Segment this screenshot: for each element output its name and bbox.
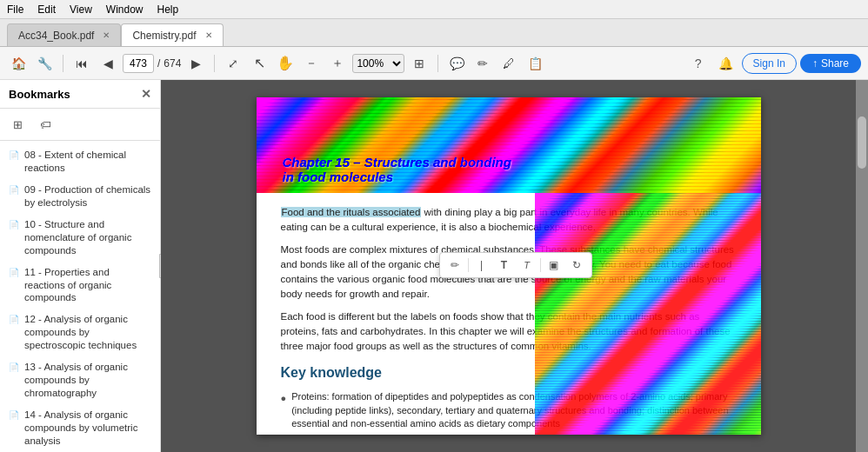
- pdf-area[interactable]: Chapter 15 – Structures and bondingin fo…: [161, 80, 856, 452]
- sidebar-item-label-13: 13 - Analysis of organic compounds by ch…: [24, 361, 151, 400]
- cursor-button[interactable]: ↖: [248, 52, 270, 75]
- sidebar-close-button[interactable]: ✕: [141, 87, 151, 101]
- draw-button[interactable]: 🖊: [497, 52, 520, 75]
- sidebar-item-14[interactable]: 📄 14 - Analysis of organic compounds by …: [0, 404, 160, 452]
- tab-acc34-label: Acc34_Book.pdf: [18, 30, 94, 42]
- menu-edit[interactable]: Edit: [37, 3, 56, 16]
- pdf-glitch-header: Chapter 15 – Structures and bondingin fo…: [257, 97, 761, 193]
- next-page-button[interactable]: ▶: [184, 52, 207, 75]
- float-sep-2: [540, 258, 541, 272]
- pdf-para-1: Food and the rituals associated with din…: [281, 205, 737, 236]
- share-label: Share: [821, 57, 849, 70]
- float-text-cursor-btn[interactable]: |: [472, 256, 491, 275]
- pdf-scrollbar[interactable]: [856, 80, 868, 452]
- bookmark-icon-11: 📄: [9, 267, 19, 278]
- page-sep: /: [157, 57, 160, 70]
- float-crop-btn[interactable]: ▣: [544, 256, 564, 275]
- sidebar-icons-bar: ⊞ 🏷: [0, 109, 160, 141]
- pdf-bullet-1-text: Proteins: formation of dipeptides and po…: [291, 390, 736, 430]
- tab-acc34[interactable]: Acc34_Book.pdf ✕: [7, 23, 121, 46]
- sidebar-add-bookmark[interactable]: ⊞: [7, 114, 28, 135]
- sidebar-item-label-12: 12 - Analysis of organic compounds by sp…: [24, 313, 151, 352]
- sidebar: Bookmarks ✕ ⊞ 🏷 📄 08 - Extent of chemica…: [0, 80, 161, 452]
- fit-width-button[interactable]: ⊞: [408, 52, 431, 75]
- tab-acc34-close[interactable]: ✕: [103, 30, 110, 40]
- page-number-input[interactable]: [123, 54, 154, 73]
- pdf-para-3: Each food is different but the labels on…: [281, 309, 737, 355]
- share-icon: ↑: [812, 57, 818, 70]
- tab-chemistry[interactable]: Chemistry.pdf ✕: [121, 23, 223, 46]
- sidebar-item-label-14: 14 - Analysis of organic compounds by vo…: [24, 409, 151, 448]
- sidebar-header: Bookmarks ✕: [0, 80, 160, 109]
- tab-chemistry-close[interactable]: ✕: [205, 30, 212, 40]
- menu-bar: File Edit View Window Help: [0, 0, 868, 19]
- pdf-scroll-thumb[interactable]: [858, 116, 866, 169]
- float-sep-1: [468, 258, 469, 272]
- hand-tool-button[interactable]: ✋: [274, 52, 297, 75]
- bookmark-icon-14: 📄: [9, 409, 19, 421]
- sidebar-bookmark-list: 📄 08 - Extent of chemical reactions 📄 09…: [0, 141, 160, 452]
- toolbar: 🏠 🔧 ⏮ ◀ / 674 ▶ ⤢ ↖ ✋ － ＋ 100% ⊞ 💬 ✏ 🖊 📋…: [0, 47, 868, 80]
- tools-button[interactable]: 🔧: [33, 52, 56, 75]
- zoom-select[interactable]: 100%: [352, 54, 404, 73]
- bookmark-icon-09: 📄: [9, 184, 19, 196]
- sidebar-title: Bookmarks: [9, 88, 70, 101]
- sidebar-tag-button[interactable]: 🏷: [35, 114, 56, 135]
- sidebar-wrapper: Bookmarks ✕ ⊞ 🏷 📄 08 - Extent of chemica…: [0, 80, 161, 452]
- float-text-T2-btn[interactable]: T: [517, 256, 537, 275]
- sidebar-item-label-08: 08 - Extent of chemical reactions: [24, 149, 151, 175]
- sidebar-item-label-09: 09 - Production of chemicals by electrol…: [24, 183, 151, 209]
- help-button[interactable]: ?: [686, 51, 711, 76]
- sidebar-item-11[interactable]: 📄 11 - Properties and reactions of organ…: [0, 262, 160, 309]
- bookmark-icon-13: 📄: [9, 362, 19, 373]
- page-nav: / 674: [123, 54, 181, 73]
- notification-button[interactable]: 🔔: [714, 51, 738, 76]
- menu-view[interactable]: View: [70, 3, 92, 16]
- sidebar-item-08[interactable]: 📄 08 - Extent of chemical reactions: [0, 144, 160, 179]
- pdf-highlight-span: Food and the rituals associated: [281, 207, 422, 217]
- pdf-content-area: Food and the rituals associated with din…: [257, 193, 761, 435]
- share-button[interactable]: ↑ Share: [800, 54, 861, 73]
- prev-page-button[interactable]: ◀: [97, 52, 119, 75]
- float-toolbar: ✏ | T T ▣ ↻: [439, 252, 592, 278]
- comment-button[interactable]: 💬: [445, 52, 468, 75]
- highlight-button[interactable]: ✏: [471, 52, 494, 75]
- sidebar-item-10[interactable]: 📄 10 - Structure and nomenclature of org…: [0, 214, 160, 262]
- home-button[interactable]: 🏠: [7, 52, 30, 75]
- pdf-text-content: Food and the rituals associated with din…: [257, 193, 761, 435]
- tab-bar: Acc34_Book.pdf ✕ Chemistry.pdf ✕: [0, 19, 868, 47]
- sidebar-item-label-11: 11 - Properties and reactions of organic…: [24, 266, 151, 305]
- toolbar-sep-2: [214, 55, 215, 72]
- fit-page-button[interactable]: ⤢: [222, 52, 244, 75]
- menu-window[interactable]: Window: [106, 3, 144, 16]
- float-text-T-btn[interactable]: T: [495, 256, 514, 275]
- first-page-button[interactable]: ⏮: [70, 52, 93, 75]
- tab-chemistry-label: Chemistry.pdf: [132, 30, 196, 42]
- sidebar-item-12[interactable]: 📄 12 - Analysis of organic compounds by …: [0, 309, 160, 356]
- sign-in-button[interactable]: Sign In: [742, 53, 797, 74]
- pdf-bullet-1: ● Proteins: formation of dipeptides and …: [281, 390, 737, 430]
- sidebar-item-09[interactable]: 📄 09 - Production of chemicals by electr…: [0, 179, 160, 214]
- stamp-button[interactable]: 📋: [524, 52, 546, 75]
- pdf-chapter-title: Chapter 15 – Structures and bondingin fo…: [283, 155, 511, 184]
- bookmark-icon-10: 📄: [9, 219, 19, 230]
- pdf-page: Chapter 15 – Structures and bondingin fo…: [257, 97, 761, 435]
- page-total: 674: [164, 57, 181, 70]
- zoom-in-button[interactable]: ＋: [326, 52, 349, 75]
- pdf-key-knowledge-heading: Key knowledge: [281, 362, 737, 383]
- bookmark-icon-12: 📄: [9, 314, 19, 325]
- sidebar-item-13[interactable]: 📄 13 - Analysis of organic compounds by …: [0, 356, 160, 404]
- float-rotate-btn[interactable]: ↻: [567, 256, 586, 275]
- toolbar-sep-1: [63, 55, 63, 72]
- main-area: Bookmarks ✕ ⊞ 🏷 📄 08 - Extent of chemica…: [0, 80, 868, 452]
- sidebar-item-label-10: 10 - Structure and nomenclature of organ…: [24, 218, 151, 257]
- toolbar-sep-3: [437, 55, 438, 72]
- zoom-out-button[interactable]: －: [300, 52, 323, 75]
- menu-help[interactable]: Help: [157, 3, 179, 16]
- bookmark-icon-08: 📄: [9, 150, 19, 161]
- float-pencil-btn[interactable]: ✏: [445, 256, 464, 275]
- bullet-dot-1: ●: [281, 392, 287, 430]
- menu-file[interactable]: File: [7, 3, 23, 16]
